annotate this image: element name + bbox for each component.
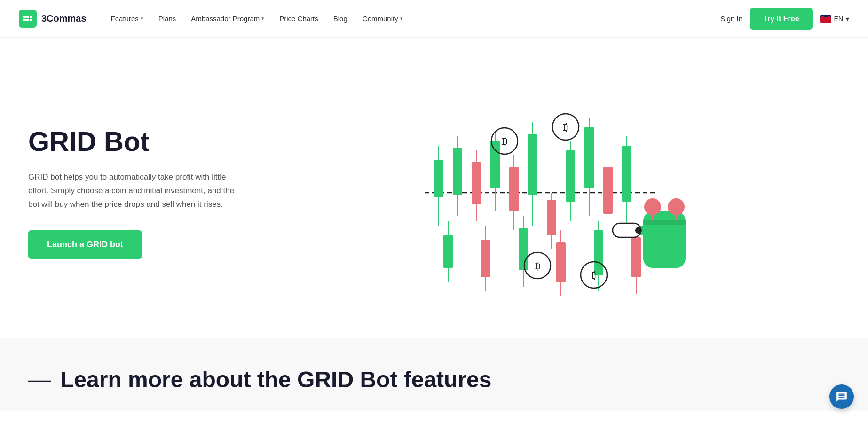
flag-icon xyxy=(820,15,831,23)
launch-grid-bot-button[interactable]: Launch a GRID bot xyxy=(28,230,142,259)
svg-rect-18 xyxy=(528,134,537,195)
learn-more-title: — Learn more about the GRID Bot features xyxy=(28,367,840,392)
svg-text:₿: ₿ xyxy=(535,260,540,272)
hero-title: GRID Bot xyxy=(28,126,263,157)
navbar: 3Commas Features ▾ Plans Ambassador Prog… xyxy=(0,0,868,38)
chevron-down-icon: ▾ xyxy=(400,16,403,22)
nav-actions: Sign In Try It Free EN ▾ xyxy=(720,8,849,30)
svg-rect-57 xyxy=(643,220,686,225)
svg-rect-1 xyxy=(23,19,26,21)
nav-plans[interactable]: Plans xyxy=(153,11,182,26)
sign-in-link[interactable]: Sign In xyxy=(720,15,742,23)
language-selector[interactable]: EN ▾ xyxy=(820,15,849,23)
svg-point-54 xyxy=(668,198,685,215)
nav-price-charts[interactable]: Price Charts xyxy=(274,11,324,26)
svg-rect-34 xyxy=(519,228,528,270)
svg-rect-22 xyxy=(566,150,575,202)
hero-content: GRID Bot GRID bot helps you to automatic… xyxy=(28,126,263,258)
learn-more-section: — Learn more about the GRID Bot features xyxy=(0,338,868,411)
svg-rect-3 xyxy=(26,19,29,21)
svg-rect-14 xyxy=(490,141,500,188)
hero-illustration: ₿ ₿ ₿ ₿ xyxy=(263,75,840,310)
svg-rect-30 xyxy=(443,235,453,268)
svg-rect-16 xyxy=(509,167,519,212)
svg-point-53 xyxy=(644,198,661,215)
svg-rect-26 xyxy=(603,167,613,214)
dash-decoration: — xyxy=(28,367,51,392)
svg-rect-10 xyxy=(453,148,462,195)
svg-rect-24 xyxy=(584,127,594,188)
svg-rect-0 xyxy=(23,16,26,18)
svg-rect-38 xyxy=(594,230,603,275)
svg-rect-2 xyxy=(26,16,29,18)
chevron-down-icon: ▾ xyxy=(141,16,143,22)
grid-bot-chart: ₿ ₿ ₿ ₿ xyxy=(410,80,693,306)
nav-ambassador[interactable]: Ambassador Program ▾ xyxy=(185,11,270,26)
svg-text:₿: ₿ xyxy=(563,121,568,133)
nav-blog[interactable]: Blog xyxy=(328,11,353,26)
try-free-button[interactable]: Try It Free xyxy=(750,8,812,30)
nav-community[interactable]: Community ▾ xyxy=(357,11,409,26)
chat-button[interactable] xyxy=(829,384,854,409)
nav-features[interactable]: Features ▾ xyxy=(105,11,149,26)
logo-icon xyxy=(19,10,37,28)
hero-section: GRID Bot GRID bot helps you to automatic… xyxy=(0,38,868,338)
svg-rect-5 xyxy=(30,19,32,21)
logo-text: 3Commas xyxy=(41,13,87,24)
svg-rect-28 xyxy=(622,146,631,202)
nav-links: Features ▾ Plans Ambassador Program ▾ Pr… xyxy=(105,11,721,26)
svg-rect-4 xyxy=(30,16,32,18)
chevron-down-icon: ▾ xyxy=(261,16,264,22)
svg-text:₿: ₿ xyxy=(592,269,597,281)
svg-rect-32 xyxy=(481,240,490,277)
svg-rect-12 xyxy=(472,162,481,204)
svg-point-52 xyxy=(635,227,642,234)
svg-rect-20 xyxy=(547,200,556,235)
logo-link[interactable]: 3Commas xyxy=(19,10,87,28)
chevron-down-icon: ▾ xyxy=(846,15,849,23)
svg-rect-8 xyxy=(434,160,443,197)
svg-rect-40 xyxy=(631,237,641,277)
svg-rect-36 xyxy=(556,242,566,282)
chat-icon xyxy=(836,391,848,403)
hero-description: GRID bot helps you to automatically take… xyxy=(28,171,235,212)
svg-text:₿: ₿ xyxy=(502,135,507,147)
